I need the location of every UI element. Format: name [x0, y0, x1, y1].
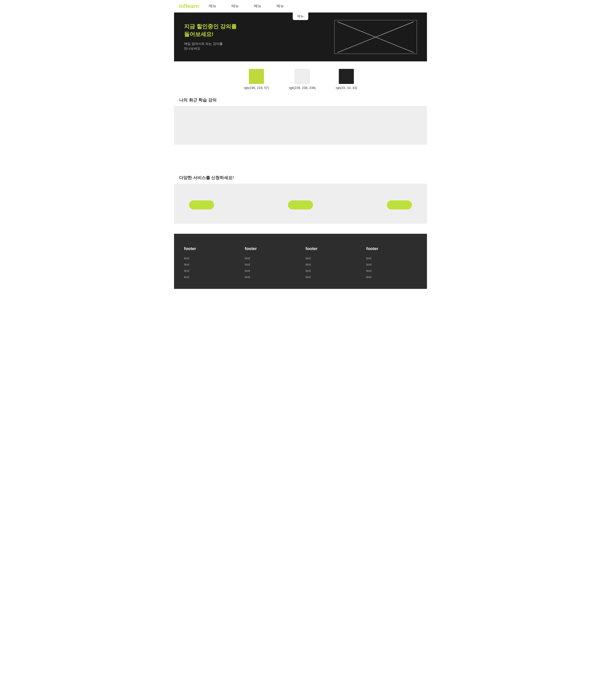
recent-courses-title: 나의 최근 학습 강의 [174, 97, 427, 106]
footer-col-3: footer text text text text [306, 246, 356, 279]
footer-heading-1: footer [184, 246, 235, 251]
nav: 메뉴 메뉴 메뉴 메뉴 [209, 4, 284, 8]
spacer [174, 145, 427, 175]
hero-image [334, 20, 417, 54]
hero-subtitle: 매일 업데이트 되는 강의를만나보세요 [184, 41, 237, 51]
services-area [174, 184, 427, 224]
footer-link-3-4[interactable]: text [306, 275, 356, 279]
nav-item-2[interactable]: 메뉴 [231, 4, 239, 8]
footer-link-3-2[interactable]: text [306, 262, 356, 266]
services-title: 다양한 서비스를 신청하세요! [174, 175, 427, 184]
palette-item-green: rgb(190, 219, 57) [244, 69, 269, 90]
color-palette-section: rgb(190, 219, 57) rgb(238, 238, 238) rgb… [174, 61, 427, 97]
color-label-gray: rgb(238, 238, 238) [289, 86, 316, 90]
footer-link-2-1[interactable]: text [245, 256, 296, 260]
footer-link-3-1[interactable]: text [306, 256, 356, 260]
footer-col-2: footer text text text text [245, 246, 296, 279]
footer-link-4-1[interactable]: text [366, 256, 417, 260]
palette-item-gray: rgb(238, 238, 238) [289, 69, 316, 90]
footer-link-1-2[interactable]: text [184, 262, 235, 266]
service-button-2[interactable] [288, 200, 313, 209]
color-swatch-dark [339, 69, 354, 84]
footer: footer text text text text footer text t… [174, 234, 427, 289]
hero-text: 지금 할인중인 강의를들어보세요! 매일 업데이트 되는 강의를만나보세요 [184, 23, 237, 51]
footer-heading-3: footer [306, 246, 356, 251]
footer-link-2-3[interactable]: text [245, 269, 296, 273]
footer-link-3-3[interactable]: text [306, 269, 356, 273]
nav-item-4[interactable]: 메뉴 [277, 4, 284, 8]
recent-courses-area [174, 106, 427, 145]
footer-link-1-3[interactable]: text [184, 269, 235, 273]
footer-link-4-3[interactable]: text [366, 269, 417, 273]
hero-title: 지금 할인중인 강의를들어보세요! [184, 23, 237, 38]
color-label-dark: rgb(33, 33, 33) [336, 86, 357, 90]
service-button-3[interactable] [387, 200, 412, 209]
footer-link-1-1[interactable]: text [184, 256, 235, 260]
color-label-green: rgb(190, 219, 57) [244, 86, 269, 90]
hero-banner: 메뉴 지금 할인중인 강의를들어보세요! 매일 업데이트 되는 강의를만나보세요 [174, 12, 427, 61]
footer-link-2-4[interactable]: text [245, 275, 296, 279]
service-button-1[interactable] [189, 200, 214, 209]
nav-item-1[interactable]: 메뉴 [209, 4, 216, 8]
footer-heading-2: footer [245, 246, 296, 251]
color-swatch-green [249, 69, 264, 84]
hero-dropdown-hint[interactable]: 메뉴 [293, 12, 308, 20]
footer-link-1-4[interactable]: text [184, 275, 235, 279]
footer-heading-4: footer [366, 246, 417, 251]
footer-link-4-2[interactable]: text [366, 262, 417, 266]
footer-col-1: footer text text text text [184, 246, 235, 279]
palette-item-dark: rgb(33, 33, 33) [336, 69, 357, 90]
header: Inflearn 메뉴 메뉴 메뉴 메뉴 [174, 0, 427, 12]
nav-item-3[interactable]: 메뉴 [254, 4, 261, 8]
footer-link-4-4[interactable]: text [366, 275, 417, 279]
footer-col-4: footer text text text text [366, 246, 417, 279]
color-swatch-gray [295, 69, 310, 84]
footer-link-2-2[interactable]: text [245, 262, 296, 266]
logo[interactable]: Inflearn [179, 3, 199, 9]
